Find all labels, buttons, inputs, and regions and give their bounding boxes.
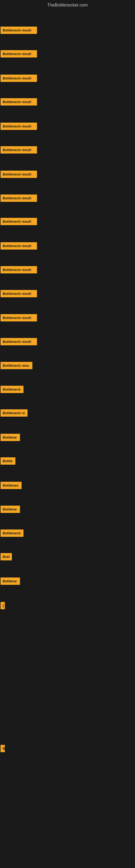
- bottleneck-result-badge[interactable]: Bottlene: [1, 434, 20, 441]
- site-title: TheBottlenecker.com: [0, 0, 135, 9]
- bottleneck-result-badge[interactable]: Bottleneck re: [1, 409, 28, 416]
- bottleneck-result-badge[interactable]: Bottleneck result: [1, 266, 37, 273]
- bottleneck-result-badge[interactable]: Bottleneck result: [1, 314, 37, 321]
- bottleneck-row-26: B: [0, 743, 135, 754]
- bottleneck-result-badge[interactable]: Bottleneck result: [1, 170, 37, 178]
- bottleneck-row-17: Bottleneck re: [0, 407, 135, 418]
- bottleneck-row-9: Bottleneck result: [0, 216, 135, 227]
- bottleneck-row-2: Bottleneck result: [0, 48, 135, 59]
- bottleneck-row-11: Bottleneck result: [0, 264, 135, 275]
- bottleneck-row-3: Bottleneck result: [0, 72, 135, 84]
- bottleneck-result-badge[interactable]: Bottleneck result: [1, 146, 37, 154]
- bottleneck-result-badge[interactable]: Bottleneck result: [1, 74, 37, 82]
- bottleneck-result-badge[interactable]: Bottleneck result: [1, 50, 37, 58]
- bottleneck-result-badge[interactable]: B: [1, 745, 5, 752]
- bottleneck-row-20: Bottlenec: [0, 479, 135, 491]
- bottleneck-row-10: Bottleneck result: [0, 240, 135, 251]
- bottleneck-result-badge[interactable]: Bottlene: [1, 578, 20, 585]
- bottleneck-result-badge[interactable]: Bottle: [1, 457, 15, 465]
- bottleneck-result-badge[interactable]: Bottleneck: [1, 386, 24, 393]
- bottleneck-result-badge[interactable]: Bottleneck: [1, 529, 24, 537]
- bottleneck-result-badge[interactable]: Bottleneck result: [1, 27, 37, 34]
- bottleneck-row-25: |: [0, 600, 135, 611]
- bottleneck-result-badge[interactable]: Bottleneck resu: [1, 362, 32, 369]
- bottleneck-result-badge[interactable]: Bottleneck result: [1, 290, 37, 297]
- bottleneck-result-badge[interactable]: |: [1, 602, 5, 609]
- bottleneck-result-badge[interactable]: Bottleneck result: [1, 194, 37, 202]
- bottleneck-row-7: Bottleneck result: [0, 168, 135, 180]
- bottleneck-row-21: Bottlene: [0, 503, 135, 515]
- bottleneck-row-4: Bottleneck result: [0, 96, 135, 107]
- bottleneck-row-16: Bottleneck: [0, 383, 135, 395]
- bottleneck-row-19: Bottle: [0, 455, 135, 467]
- bottleneck-result-badge[interactable]: Bottleneck result: [1, 338, 37, 345]
- bottleneck-row-22: Bottleneck: [0, 527, 135, 539]
- bottleneck-row-18: Bottlene: [0, 432, 135, 443]
- bottleneck-result-badge[interactable]: Bottleneck result: [1, 98, 37, 105]
- bottleneck-row-12: Bottleneck result: [0, 288, 135, 299]
- bottleneck-row-24: Bottlene: [0, 575, 135, 587]
- bottleneck-row-14: Bottleneck result: [0, 336, 135, 347]
- bottleneck-result-badge[interactable]: Bott: [1, 553, 12, 560]
- bottleneck-row-13: Bottleneck result: [0, 312, 135, 323]
- bottleneck-result-badge[interactable]: Bottleneck result: [1, 218, 37, 225]
- bottleneck-row-6: Bottleneck result: [0, 144, 135, 155]
- bottleneck-row-15: Bottleneck resu: [0, 360, 135, 371]
- bottleneck-row-5: Bottleneck result: [0, 120, 135, 132]
- bottleneck-result-badge[interactable]: Bottlenec: [1, 482, 21, 489]
- bottleneck-result-badge[interactable]: Bottleneck result: [1, 123, 37, 130]
- bottleneck-result-badge[interactable]: Bottlene: [1, 506, 20, 513]
- bottleneck-result-badge[interactable]: Bottleneck result: [1, 242, 37, 250]
- bottleneck-row-8: Bottleneck result: [0, 192, 135, 204]
- bottleneck-row-1: Bottleneck result: [0, 24, 135, 36]
- items-container: Bottleneck resultBottleneck resultBottle…: [0, 9, 135, 868]
- page-wrapper: TheBottlenecker.com Bottleneck resultBot…: [0, 0, 135, 868]
- bottleneck-row-23: Bott: [0, 551, 135, 562]
